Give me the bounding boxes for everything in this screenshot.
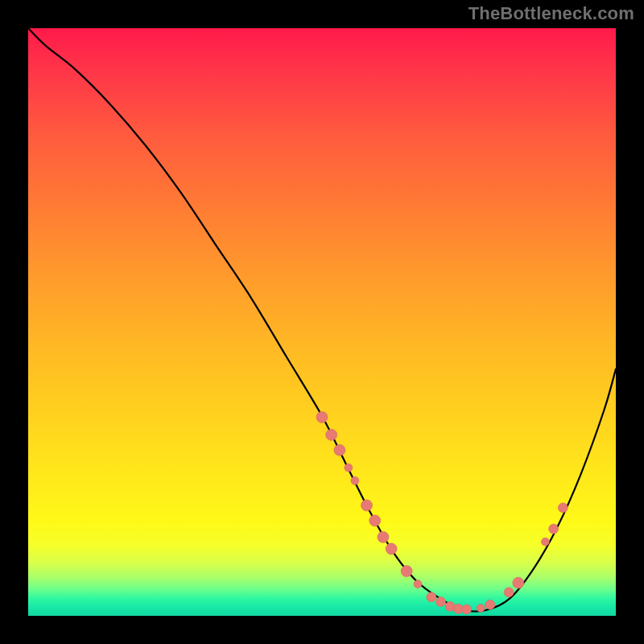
data-marker	[326, 429, 337, 440]
data-marker	[485, 600, 495, 609]
marker-group	[316, 411, 568, 614]
data-marker	[316, 411, 328, 423]
data-marker	[334, 444, 345, 456]
watermark-label: TheBottleneck.com	[469, 3, 634, 24]
data-marker	[436, 597, 445, 606]
data-marker	[414, 580, 422, 588]
data-marker	[462, 605, 472, 614]
data-marker	[401, 566, 412, 577]
data-marker	[361, 500, 372, 511]
data-marker	[345, 464, 353, 472]
data-marker	[386, 543, 397, 555]
data-marker	[351, 477, 359, 485]
chart-svg	[28, 28, 616, 616]
data-marker	[369, 515, 381, 526]
plot-area	[28, 28, 616, 616]
data-marker	[378, 531, 389, 543]
data-marker	[504, 588, 514, 597]
data-marker	[513, 577, 524, 588]
data-marker	[477, 605, 485, 613]
chart-container: TheBottleneck.com	[0, 0, 644, 644]
data-marker	[549, 524, 559, 534]
data-marker	[427, 592, 436, 602]
bottleneck-curve	[28, 28, 616, 612]
data-marker	[558, 503, 568, 513]
data-marker	[541, 538, 549, 546]
